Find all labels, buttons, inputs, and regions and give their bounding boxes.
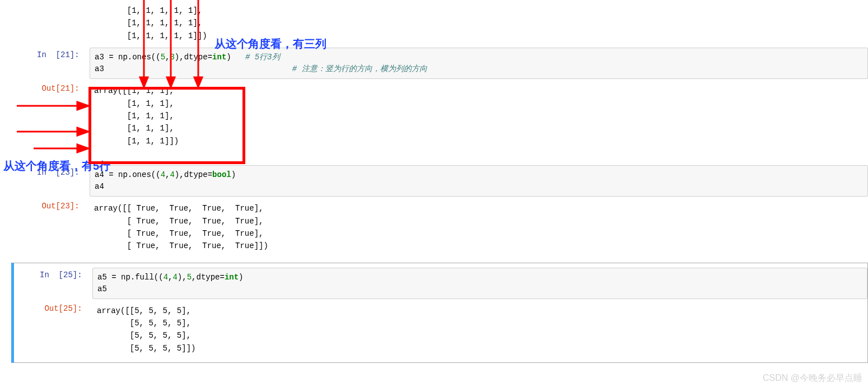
jupyter-notebook: [1, 1, 1, 1, 1], [1, 1, 1, 1, 1], [1, 1,… — [11, 0, 868, 387]
code-token: 4 — [164, 273, 168, 282]
code-token: 3 — [170, 53, 174, 62]
code-comment: # 5行3列 — [245, 53, 280, 62]
code-token: 5 — [161, 53, 165, 62]
code-token: = np.full(( — [107, 273, 164, 282]
prompt-out-21: Out[21]: — [11, 81, 90, 151]
code-token: = np.ones(( — [104, 53, 161, 62]
code-token: int — [212, 53, 226, 62]
cell-in-21: In [21]: a3 = np.ones((5,3),dtype=int) #… — [11, 46, 868, 80]
cell-in-25: In [25]: a5 = np.full((4,4),5,dtype=int)… — [14, 267, 867, 300]
prev-output-text: [1, 1, 1, 1, 1], [1, 1, 1, 1, 1], [1, 1,… — [90, 1, 868, 45]
code-token: ) — [231, 170, 236, 179]
code-token: a4 — [95, 182, 104, 191]
prev-output-prompt — [11, 1, 90, 45]
code-input-25[interactable]: a5 = np.full((4,4),5,dtype=int) a5 — [92, 268, 867, 299]
code-token: ), — [178, 273, 187, 282]
code-token: 5 — [187, 273, 192, 282]
prompt-out-25: Out[25]: — [14, 301, 92, 358]
prompt-in-21: In [21]: — [11, 48, 90, 79]
code-token: ) — [239, 273, 243, 282]
code-token: ),dtype= — [175, 170, 212, 179]
code-token: int — [225, 273, 239, 282]
output-text-21: array([[1, 1, 1], [1, 1, 1], [1, 1, 1], … — [90, 81, 868, 151]
code-token: = np.ones(( — [104, 170, 161, 179]
code-input-23[interactable]: a4 = np.ones((4,4),dtype=bool) a4 — [90, 165, 868, 197]
code-token: 4 — [161, 170, 165, 179]
prompt-in-25: In [25]: — [14, 268, 92, 299]
cell-out-25: Out[25]: array([[5, 5, 5, 5], [5, 5, 5, … — [14, 300, 867, 360]
code-token: ,dtype= — [192, 273, 225, 282]
prev-output-cell: [1, 1, 1, 1, 1], [1, 1, 1, 1, 1], [1, 1,… — [11, 0, 868, 46]
cell-in-23: In [23]: a4 = np.ones((4,4),dtype=bool) … — [11, 164, 868, 198]
code-token: 4 — [170, 170, 174, 179]
code-comment: # 注意：竖为行的方向，横为列的方向 — [292, 64, 427, 73]
selected-cell-group-25: In [25]: a5 = np.full((4,4),5,dtype=int)… — [11, 263, 868, 363]
code-token: a3 — [95, 64, 292, 73]
prompt-out-23: Out[23]: — [11, 199, 90, 256]
spacer — [11, 152, 868, 164]
code-token: a4 — [95, 170, 104, 179]
code-token: 4 — [172, 273, 177, 282]
code-token: ) — [226, 53, 245, 62]
code-token: a5 — [97, 285, 107, 293]
code-input-21[interactable]: a3 = np.ones((5,3),dtype=int) # 5行3列 a3 … — [90, 48, 868, 79]
output-text-25: array([[5, 5, 5, 5], [5, 5, 5, 5], [5, 5… — [92, 301, 867, 358]
output-text-23: array([[ True, True, True, True], [ True… — [90, 199, 868, 256]
code-token: bool — [212, 170, 231, 179]
cell-out-23: Out[23]: array([[ True, True, True, True… — [11, 198, 868, 257]
code-token: a5 — [97, 273, 107, 282]
prompt-in-23: In [23]: — [11, 165, 90, 197]
code-token: ),dtype= — [175, 53, 212, 62]
cell-out-21: Out[21]: array([[1, 1, 1], [1, 1, 1], [1… — [11, 80, 868, 152]
code-token: a3 — [95, 53, 104, 62]
